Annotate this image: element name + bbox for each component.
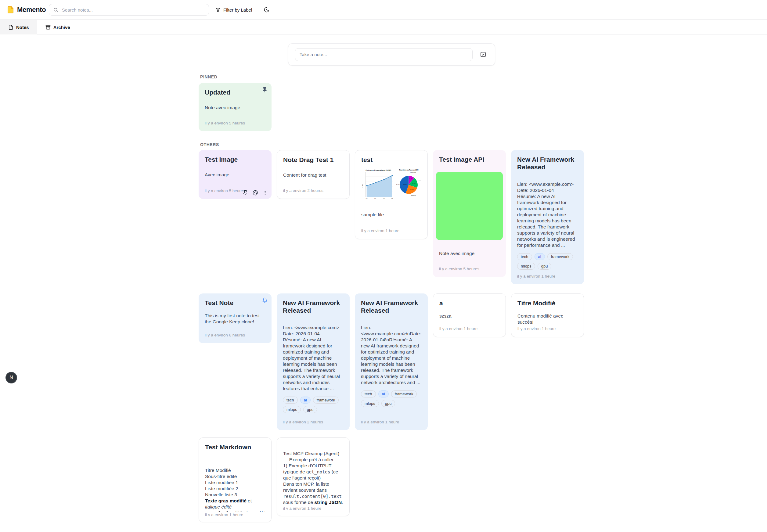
svg-text:25.0%: 25.0%	[410, 189, 414, 190]
note-content: Lien: <www.example.com>\nDate: 2026-01-0…	[361, 325, 422, 386]
svg-text:10.7%: 10.7%	[409, 178, 413, 180]
reminder-bell-icon	[262, 297, 268, 303]
dark-mode-toggle[interactable]	[262, 0, 272, 20]
tag-framework: framework	[547, 253, 573, 260]
app-logo: Memento	[7, 0, 46, 20]
view-tabs: Notes Archive	[0, 20, 767, 34]
note-card-new-ai-framework-2[interactable]: New AI Framework Released Lien: <www.exa…	[277, 293, 350, 430]
note-card-test-image-api[interactable]: Test Image API Note avec image il y a en…	[433, 150, 506, 277]
note-card-note-drag-test-1[interactable]: Note Drag Test 1 Content for drag test i…	[277, 150, 350, 199]
tag-ai: ai	[300, 397, 311, 404]
note-timestamp: il y a environ 5 heures	[439, 266, 500, 271]
tag-tech: tech	[361, 390, 376, 397]
note-card-test-markdown[interactable]: Test Markdown Titre Modifié Sous-titre é…	[199, 437, 272, 522]
others-section-label: OTHERS	[200, 142, 219, 147]
note-content: This is my first note to test the Google…	[205, 313, 265, 325]
tab-notes[interactable]: Notes	[0, 20, 37, 34]
tag-mlops: mlops	[283, 406, 301, 413]
pin-outline-icon[interactable]	[243, 190, 248, 196]
take-a-note-input[interactable]	[295, 48, 473, 61]
pin-filled-icon[interactable]	[262, 87, 268, 93]
note-card-test[interactable]: test Croissance Trimestrielle du CA (M€)…	[355, 150, 428, 239]
note-title: Test Note	[205, 299, 265, 307]
memento-note-icon	[7, 6, 14, 13]
tag-framework: framework	[313, 397, 339, 404]
tab-archive[interactable]: Archive	[37, 20, 78, 34]
note-timestamp: il y a environ 2 heures	[283, 419, 344, 425]
search-icon	[53, 7, 58, 13]
note-timestamp: il y a environ 1 heure	[439, 326, 499, 331]
note-attachment-charts: Croissance Trimestrielle du CA (M€) Q1 Q…	[361, 168, 421, 201]
palette-icon[interactable]	[253, 190, 258, 196]
tag-mlops: mlops	[361, 400, 379, 407]
svg-text:Q4: Q4	[391, 198, 393, 199]
pie-chart-thumbnail: Répartition des Revenus 2024 Consulting …	[396, 168, 421, 199]
filter-by-label-text: Filter by Label	[223, 7, 252, 13]
svg-text:44.6%: 44.6%	[403, 184, 407, 185]
svg-text:Q2: Q2	[374, 198, 376, 199]
markdown-bold-text: Texte gras modifié	[205, 498, 247, 503]
note-tags: tech ai framework mlops gpu	[361, 390, 422, 407]
moon-icon	[264, 7, 270, 13]
note-timestamp: il y a environ 1 heure	[283, 506, 343, 511]
note-card-new-ai-framework-3[interactable]: New AI Framework Released Lien: <www.exa…	[355, 293, 428, 430]
note-card-test-mcp-cleanup[interactable]: Test MCP Cleanup (Agent) — Exemple prêt …	[277, 437, 350, 516]
note-card-test-note[interactable]: Test Note This is my first note to test …	[199, 293, 272, 343]
note-title: a	[439, 299, 499, 307]
note-card-updated[interactable]: Updated Note avec image il y a environ 5…	[199, 83, 272, 131]
note-card-titre-modifie[interactable]: Titre Modifié Contenu modifié avec succè…	[511, 293, 584, 337]
note-content: Test MCP Cleanup (Agent) — Exemple prêt …	[283, 444, 343, 506]
tag-gpu: gpu	[303, 406, 317, 413]
note-content: Lien: <www.example.com> Date: 2026-01-04…	[283, 325, 344, 392]
note-title: Test Image API	[439, 156, 500, 163]
note-card-a[interactable]: a szsza il y a environ 1 heure	[433, 293, 506, 337]
note-content: Lien: <www.example.com> Date: 2026-01-04…	[517, 181, 578, 248]
note-timestamp: il y a environ 5 heures	[205, 120, 265, 126]
tab-notes-label: Notes	[16, 25, 29, 30]
app-header: Memento Filter by Label	[0, 0, 767, 20]
svg-text:Q3: Q3	[383, 198, 385, 199]
svg-text:Croissance Trimestrielle du CA: Croissance Trimestrielle du CA (M€)	[365, 170, 391, 171]
note-card-test-image[interactable]: Test Image Avec image il y a environ 5 h…	[199, 150, 272, 199]
note-content: szsza	[439, 313, 499, 319]
tag-gpu: gpu	[381, 400, 395, 407]
note-timestamp: il y a environ 2 heures	[283, 188, 343, 193]
note-tags: tech ai framework mlops gpu	[283, 397, 344, 413]
note-title: New AI Framework Released	[361, 299, 422, 314]
area-chart-thumbnail: Croissance Trimestrielle du CA (M€) Q1 Q…	[361, 168, 394, 201]
note-tags: tech ai framework mlops gpu	[517, 253, 578, 270]
svg-text:Services: Services	[411, 195, 416, 196]
take-a-note-composer	[288, 43, 495, 66]
more-options-icon[interactable]	[263, 190, 268, 196]
mcp-code-get-notes: get_notes	[306, 469, 330, 474]
note-timestamp: il y a environ 1 heure	[361, 419, 422, 425]
note-timestamp: il y a environ 6 heures	[205, 333, 265, 338]
note-title: Updated	[205, 88, 265, 96]
note-content: Contenu modifié avec succès!	[517, 313, 578, 325]
note-timestamp: il y a environ 1 heure	[205, 512, 265, 516]
mcp-code-result-content: result.content[0].text	[283, 494, 342, 499]
markdown-italic-text: italique édité	[205, 504, 232, 509]
svg-text:Licences: Licences	[418, 180, 421, 182]
archive-icon	[45, 25, 51, 30]
search-input[interactable]	[61, 7, 205, 13]
note-timestamp: il y a environ 1 heure	[517, 326, 578, 331]
file-icon	[8, 25, 13, 30]
markdown-mid-text: et	[247, 498, 252, 503]
search-bar	[49, 4, 209, 16]
note-title: New AI Framework Released	[283, 299, 344, 314]
note-content: Avec image	[205, 172, 265, 178]
note-content: Titre Modifié Sous-titre édité Liste mod…	[205, 461, 265, 512]
filter-by-label-button[interactable]: Filter by Label	[214, 0, 254, 20]
note-card-new-ai-framework-1[interactable]: New AI Framework Released Lien: <www.exa…	[511, 150, 584, 284]
note-title: Test Markdown	[205, 443, 265, 451]
mcp-seg3: sous forme de	[283, 500, 315, 505]
user-avatar[interactable]: N	[5, 372, 17, 383]
new-checklist-button[interactable]	[478, 51, 488, 58]
markdown-code-text: console.log("Code modifié a	[205, 510, 265, 512]
note-content: Note avec image	[205, 105, 265, 111]
svg-text:CA (M€): CA (M€)	[362, 184, 363, 188]
note-hover-actions	[243, 190, 268, 196]
note-title: Note Drag Test 1	[283, 156, 343, 164]
svg-text:Q1: Q1	[366, 198, 368, 199]
